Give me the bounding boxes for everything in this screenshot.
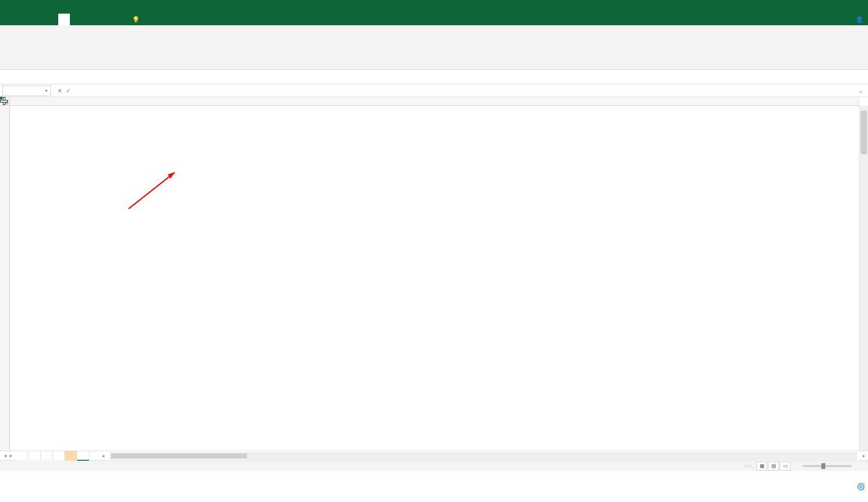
watermark: 🌀	[857, 483, 865, 490]
vertical-scrollbar[interactable]	[859, 106, 868, 451]
quick-access-toolbar	[0, 70, 868, 84]
tab-page-layout[interactable]	[35, 14, 47, 25]
lightbulb-icon: 💡	[132, 16, 140, 23]
tab-home[interactable]	[12, 14, 23, 25]
formula-input[interactable]	[82, 85, 853, 96]
ribbon-tabs: 💡 👤	[0, 14, 868, 25]
normal-view-button[interactable]: ▦	[756, 462, 767, 470]
title-bar	[0, 0, 868, 14]
tab-view[interactable]	[82, 14, 93, 25]
row-headers	[0, 106, 10, 451]
tab-review[interactable]	[70, 14, 82, 25]
spreadsheet-grid[interactable]	[0, 97, 868, 451]
sheet-nav-next-button[interactable]: ▸	[10, 452, 13, 459]
sheet-tab[interactable]	[16, 451, 29, 461]
formula-bar: ▾ ✕ ✓ ⌄	[0, 84, 868, 97]
expand-formula-bar-button[interactable]: ⌄	[853, 87, 868, 94]
zoom-slider[interactable]	[803, 465, 852, 467]
tell-me-input[interactable]: 💡	[128, 16, 142, 23]
tab-baidu-netdisk[interactable]	[116, 14, 128, 25]
sheet-tab-bar: ◂ ▸ ◂ ▸	[0, 451, 868, 460]
enter-formula-button[interactable]: ✓	[66, 87, 71, 94]
watermark-logo: 🌀	[857, 483, 865, 490]
status-bar: ▦ ▤ ▭	[0, 460, 868, 471]
ribbon	[0, 25, 868, 70]
hscroll-left-button[interactable]: ◂	[101, 453, 105, 458]
cells-viewport[interactable]	[10, 106, 859, 451]
scrollbar-thumb[interactable]	[861, 111, 867, 154]
cancel-formula-button[interactable]: ✕	[57, 87, 62, 94]
tab-data[interactable]	[58, 14, 70, 25]
tab-pdf-tools[interactable]	[105, 14, 116, 25]
select-all-button[interactable]	[0, 97, 10, 106]
tab-developer[interactable]	[93, 14, 105, 25]
sheet-nav-prev-button[interactable]: ◂	[4, 452, 7, 459]
column-headers	[10, 97, 859, 106]
page-layout-view-button[interactable]: ▤	[768, 462, 779, 470]
tab-file[interactable]	[0, 14, 12, 25]
hscroll-right-button[interactable]: ▸	[862, 453, 866, 458]
page-break-view-button[interactable]: ▭	[780, 462, 790, 470]
chevron-down-icon: ▾	[45, 88, 48, 93]
sheet-tab[interactable]	[41, 451, 53, 461]
sheet-tab[interactable]	[29, 451, 41, 461]
horizontal-scrollbar[interactable]	[110, 452, 857, 459]
sheet-tab[interactable]	[65, 451, 77, 461]
name-box[interactable]: ▾	[2, 85, 51, 96]
tab-insert[interactable]	[23, 14, 35, 25]
zoom-slider-knob[interactable]	[821, 463, 825, 469]
sheet-tab[interactable]	[77, 451, 89, 461]
share-button[interactable]: 👤	[856, 16, 863, 23]
scrollbar-thumb[interactable]	[111, 453, 247, 458]
ime-indicator[interactable]	[745, 465, 752, 467]
tab-formulas[interactable]	[47, 14, 58, 25]
sheet-tab[interactable]	[53, 451, 65, 461]
